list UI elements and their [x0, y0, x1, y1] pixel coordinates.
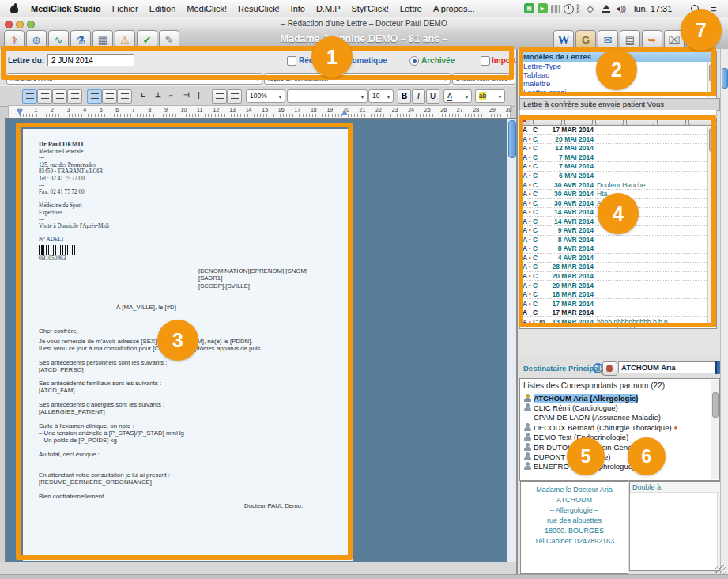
- menu-item[interactable]: Info: [291, 4, 305, 13]
- date-row[interactable]: A • C 17 MAR 2014: [520, 299, 716, 308]
- play-status-icon[interactable]: ▶: [538, 3, 548, 13]
- correspondent-row[interactable]: CLIC Rémi (Cardiologue): [520, 403, 719, 412]
- italic-button[interactable]: I: [412, 89, 425, 104]
- apple-menu-icon[interactable]: [9, 4, 19, 13]
- double-a-box[interactable]: Double à:: [629, 481, 725, 571]
- correspondent-row[interactable]: CPAM DE LAON (Assurance Maladie): [520, 413, 719, 422]
- window-scrollbar-thumb[interactable]: [722, 68, 728, 89]
- date-row[interactable]: A • C 20 MAI 2014: [520, 135, 716, 145]
- spacing-double-button[interactable]: [117, 89, 132, 104]
- menu-item[interactable]: MédiClick!: [187, 4, 227, 13]
- correspondent-row[interactable]: DEMO Test (Endocrinologie): [520, 433, 719, 442]
- date-row[interactable]: A • C 18 MAR 2014: [520, 290, 716, 300]
- correspondents-list[interactable]: Listes des Correspondants par nom (22) A…: [519, 378, 720, 481]
- date-label: Hyperthyroidie: [594, 327, 640, 329]
- correspondents-scrollbar-thumb[interactable]: [712, 392, 719, 418]
- dates-scrollbar[interactable]: [707, 127, 715, 327]
- letter-date-input[interactable]: [47, 54, 134, 66]
- date-row[interactable]: A • C 8 AVR 2014: [520, 236, 716, 245]
- destinataire-input[interactable]: [618, 361, 718, 373]
- date-row[interactable]: A • C 20 MAR 2014: [520, 281, 716, 290]
- flag-c: C: [533, 308, 539, 316]
- correspondent-row[interactable]: DECOUX Bernard (Chirurgie Thoracique) ●: [520, 422, 719, 432]
- font-select[interactable]: ▼: [287, 89, 368, 103]
- contact-photo-button[interactable]: [602, 361, 617, 376]
- flag-a: A: [522, 126, 529, 134]
- date-row[interactable]: A • C 12 MAI 2014: [520, 144, 716, 153]
- tab-stop-left-icon[interactable]: L: [141, 91, 145, 99]
- editor-scrollbar-thumb[interactable]: [508, 120, 516, 158]
- dates-scrollbar-thumb[interactable]: [709, 128, 715, 152]
- important-checkbox[interactable]: [481, 56, 490, 66]
- tab-stop-center-icon[interactable]: ⊥: [155, 91, 161, 99]
- menu-item[interactable]: A propos...: [433, 4, 475, 13]
- bluetooth-icon[interactable]: ᛒ: [575, 3, 581, 14]
- archivee-radio[interactable]: [409, 56, 419, 66]
- list-button[interactable]: [212, 89, 227, 104]
- correspondent-row[interactable]: ATCHOUM Aria (Allergologie): [520, 393, 719, 403]
- date-row[interactable]: A • C 8 AVR 2014: [520, 244, 716, 254]
- align-center-button[interactable]: [37, 89, 52, 104]
- date-row[interactable]: A • C 20 MAR 2014: [520, 272, 716, 282]
- menu-item[interactable]: Lettre: [400, 4, 422, 13]
- eject-icon[interactable]: [602, 3, 610, 14]
- underline-button[interactable]: U: [426, 89, 439, 104]
- date-row[interactable]: A C 17 MAR 2014: [520, 308, 716, 318]
- spacing-single-button[interactable]: [102, 89, 117, 104]
- font-size-select[interactable]: 10▼: [368, 89, 394, 103]
- salutation-dropdown[interactable]: ma chère Amie▼: [6, 73, 262, 85]
- font-color-select[interactable]: A▼: [443, 89, 472, 103]
- date-row[interactable]: A • C m 13 MAR 2014 hbhb,nbbbnbnbbb,b,b,…: [520, 317, 716, 327]
- menu-item[interactable]: MediClick Studio: [31, 4, 101, 13]
- columns-status-icon[interactable]: [551, 3, 560, 14]
- auto-redaction-checkbox[interactable]: [287, 56, 296, 66]
- date-row[interactable]: A • C 10 MAR 2014 Hyperthyroidie: [520, 327, 716, 329]
- menu-item[interactable]: Styl'Click!: [352, 4, 389, 13]
- letterhead-line: Fax: 02 41 75 72 00: [39, 189, 109, 196]
- zoom-select[interactable]: 100%▼: [246, 89, 285, 103]
- window-scrollbar[interactable]: [720, 49, 728, 574]
- menu-item[interactable]: RésuClick!: [238, 4, 280, 13]
- align-right-button[interactable]: [52, 89, 67, 104]
- closing-dropdown[interactable]: à toute mon amitié▼: [452, 73, 515, 85]
- menu-item[interactable]: D.M.P: [316, 4, 341, 13]
- correspondent-row[interactable]: ELNEFRO Test (Néphrologue): [520, 462, 719, 471]
- flag-c: C: [533, 153, 539, 161]
- editor-scrollbar[interactable]: [507, 119, 516, 562]
- flag-c: C: [533, 300, 539, 308]
- recipient-address-card[interactable]: Madame le Docteur AriaATCHOUM– Allergolo…: [520, 481, 628, 574]
- bold-button[interactable]: B: [398, 89, 411, 104]
- date-row[interactable]: A • C 28 MAR 2014: [520, 263, 716, 272]
- line-spacing-button[interactable]: [87, 89, 102, 104]
- date-row[interactable]: A • C 7 MAI 2014: [520, 153, 716, 163]
- models-scrollbar-thumb[interactable]: [709, 64, 715, 81]
- volume-icon[interactable]: ◄))): [614, 3, 625, 14]
- selected-model-row[interactable]: Lettre à confrère suite envoie patient V…: [519, 98, 720, 111]
- correspondents-scrollbar[interactable]: [711, 380, 719, 479]
- align-justify-button[interactable]: [67, 89, 82, 104]
- highlight-select[interactable]: ab▼: [475, 89, 505, 103]
- tab-stop-bar-icon[interactable]: |: [198, 91, 200, 99]
- clock-status-icon[interactable]: [564, 3, 574, 14]
- menu-item[interactable]: Edition: [149, 4, 176, 13]
- left-margin-marker[interactable]: [17, 109, 23, 115]
- motif-dropdown[interactable]: reçue en consultation▼: [264, 73, 451, 85]
- menu-clock[interactable]: lun. 17:31: [634, 3, 672, 14]
- numbered-list-button[interactable]: [227, 89, 242, 104]
- align-left-button[interactable]: [22, 89, 37, 104]
- date-row[interactable]: A • C 4 AVR 2014: [520, 254, 716, 263]
- date-row[interactable]: A • C 6 MAI 2014: [520, 172, 716, 181]
- date-row[interactable]: A • C 30 AVR 2014 Douleur Hanche: [520, 180, 716, 190]
- correspondent-row[interactable]: DR DUTOUR (Médecin Généraliste): [520, 442, 719, 452]
- models-scrollbar[interactable]: [707, 62, 715, 97]
- shape-status-icon[interactable]: ◇: [587, 3, 594, 14]
- letterhead-line: ---: [39, 155, 109, 162]
- menu-item[interactable]: Fichier: [112, 4, 138, 13]
- date-row[interactable]: A • C 7 MAI 2014: [520, 162, 716, 172]
- app-badge-icon[interactable]: ▦: [524, 3, 534, 13]
- date-row[interactable]: A C 17 MAR 2014: [520, 126, 716, 135]
- right-margin-marker[interactable]: [341, 109, 348, 115]
- correspondent-row[interactable]: DUPONT (Généraliste): [520, 452, 719, 461]
- tab-stop-right-icon[interactable]: ⌐: [169, 91, 173, 99]
- tab-stop-decimal-icon[interactable]: ⊣: [183, 91, 190, 99]
